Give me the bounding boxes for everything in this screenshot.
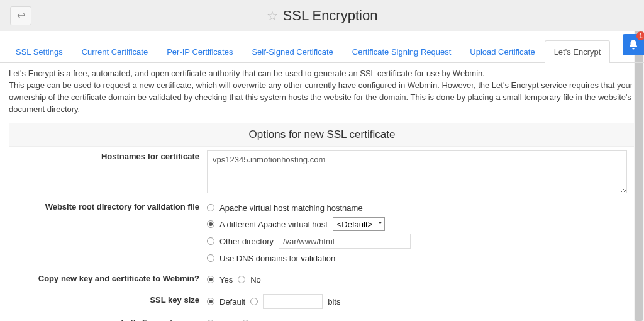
arrow-left-icon: ↩ (17, 9, 25, 21)
options-panel: Options for new SSL certificate Hostname… (9, 123, 635, 321)
webroot-radio-use-dns[interactable] (207, 254, 214, 262)
keysize-radio-custom[interactable] (250, 298, 258, 305)
webroot-opt-apache-matching[interactable]: Apache virtual host matching hostname (219, 203, 363, 213)
intro-text: Let's Encrypt is a free, automated, and … (0, 63, 644, 118)
keysize-radio-default[interactable] (207, 298, 214, 305)
intro-paragraph-2: This page can be used to request a new c… (9, 80, 635, 116)
tab-per-ip-certificates[interactable]: Per-IP Certificates (157, 40, 242, 63)
hostnames-input[interactable] (207, 150, 627, 193)
webroot-vhost-select[interactable]: <Default> (333, 217, 385, 231)
tab-bar: SSL Settings Current Certificate Per-IP … (0, 40, 644, 63)
keysize-label: SSL key size (9, 293, 204, 305)
keysize-input[interactable] (263, 294, 323, 309)
webroot-opt-different-vhost[interactable]: A different Apache virtual host (219, 220, 328, 229)
copy-label: Copy new key and certificate to Webmin? (9, 271, 204, 283)
tab-upload-certificate[interactable]: Upload Certificate (460, 40, 544, 63)
hostnames-label: Hostnames for certificate (9, 149, 204, 161)
panel-title: Options for new SSL certificate (9, 123, 635, 147)
keysize-unit: bits (328, 297, 340, 307)
webroot-opt-use-dns[interactable]: Use DNS domains for validation (219, 254, 335, 263)
tab-lets-encrypt[interactable]: Let's Encrypt (545, 40, 611, 63)
webroot-radio-other-directory[interactable] (207, 237, 214, 245)
back-button[interactable]: ↩ (10, 6, 31, 25)
notification-badge: 1 (636, 31, 644, 40)
favorite-star-icon[interactable]: ☆ (267, 8, 278, 23)
copy-radio-yes[interactable] (207, 276, 214, 283)
webroot-label: Website root directory for validation fi… (9, 200, 204, 211)
intro-paragraph-1: Let's Encrypt is a free, automated, and … (9, 68, 635, 80)
page-header: ↩ ☆ SSL Encryption (0, 0, 644, 31)
copy-opt-yes[interactable]: Yes (219, 275, 233, 284)
tab-certificate-signing-request[interactable]: Certificate Signing Request (343, 40, 461, 63)
copy-radio-no[interactable] (238, 276, 245, 283)
page-title: SSL Encryption (283, 8, 378, 24)
tab-ssl-settings[interactable]: SSL Settings (6, 40, 72, 63)
webroot-other-directory-input[interactable] (279, 234, 411, 249)
server-label: Let's Encrypt server (9, 315, 204, 321)
copy-opt-no[interactable]: No (250, 275, 261, 284)
keysize-opt-default[interactable]: Default (219, 297, 245, 307)
webroot-radio-different-vhost[interactable] (207, 220, 214, 228)
webroot-radio-apache-matching[interactable] (207, 204, 214, 211)
webroot-opt-other-directory[interactable]: Other directory (219, 237, 274, 246)
tab-self-signed-certificate[interactable]: Self-Signed Certificate (242, 40, 342, 63)
tab-current-certificate[interactable]: Current Certificate (72, 40, 157, 63)
